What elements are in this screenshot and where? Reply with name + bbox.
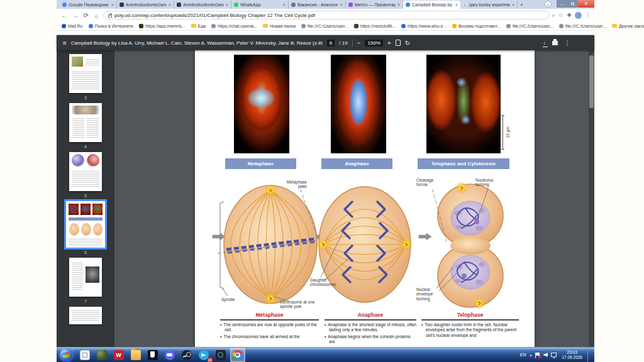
who-icon — [401, 24, 406, 28]
close-tab-icon[interactable]: × — [283, 3, 286, 7]
network-icon[interactable] — [551, 353, 557, 357]
globe-icon — [211, 24, 216, 28]
globe-icon — [559, 24, 564, 28]
taskbar-wargaming[interactable] — [111, 348, 126, 362]
download-icon[interactable]: ↓ — [543, 40, 547, 46]
close-tab-icon[interactable]: × — [111, 3, 114, 7]
bookmark-star-icon[interactable]: ☆ — [558, 12, 564, 18]
bookmark-search[interactable]: Поиск в Интернете — [89, 24, 133, 28]
taskbar-steam[interactable] — [179, 348, 194, 362]
pdf-menu-icon[interactable]: ⋮ — [564, 40, 570, 47]
mailru-icon — [62, 24, 66, 28]
pdf-doc-icon — [406, 3, 410, 7]
bookmark-file-3[interactable]: file:///C:/Users/user... — [559, 24, 606, 28]
scrollbar-thumb[interactable] — [589, 55, 594, 108]
game-icon — [97, 350, 107, 360]
thumbnail-page-5[interactable]: 5 — [57, 152, 114, 198]
anaphase-heading: Anaphase — [325, 312, 416, 318]
start-button[interactable] — [60, 348, 73, 361]
home-icon[interactable]: ⌂ — [92, 12, 101, 19]
taskbar-game[interactable] — [94, 348, 109, 362]
metaphase-text-column: Metaphase The centrosomes are now at opp… — [220, 312, 319, 341]
bookmark-chatgpt[interactable]: https://chat.openai... — [211, 24, 257, 28]
taskbar-cam[interactable] — [213, 348, 228, 362]
thumbnail-page-4[interactable]: 4 — [57, 103, 114, 149]
pdf-scrollbar[interactable] — [589, 50, 594, 347]
memrise-icon — [139, 24, 143, 28]
zoom-out-icon[interactable]: − — [357, 40, 361, 47]
tab-whatsapp[interactable]: WhatsApp× — [231, 1, 289, 9]
sidebar-toggle-icon[interactable]: ≡ — [63, 40, 67, 47]
maximize-button[interactable] — [567, 0, 578, 8]
rotate-icon[interactable]: ↻ — [405, 40, 410, 47]
site-icon — [291, 3, 296, 7]
bookmark-mailru[interactable]: Mail.Ru — [62, 24, 83, 28]
tab-google-search[interactable]: Ggary borisy experiment cy...× — [460, 1, 518, 9]
language-indicator[interactable]: EN — [520, 353, 526, 357]
desktop-screen: Google Переводчик× AnIntroductiontoGenet… — [57, 0, 594, 362]
bookmark-who[interactable]: https://www.who.ir... — [401, 24, 447, 28]
reload-icon[interactable]: ⟳ — [82, 12, 90, 19]
back-icon[interactable]: ← — [60, 12, 69, 19]
profile-chevron-icon[interactable]: ⌄ — [545, 1, 552, 8]
telegram-icon — [199, 350, 209, 360]
new-tab-button[interactable]: + — [518, 1, 526, 9]
taskbar-epic-games[interactable] — [145, 348, 160, 362]
hidden-icons-chevron[interactable]: ▲ — [530, 353, 533, 357]
close-button[interactable]: ✕ — [578, 0, 594, 8]
scale-bar-label: 10 µm — [504, 115, 511, 150]
volume-icon[interactable] — [543, 353, 548, 357]
thumbnail-page-7[interactable]: 7 — [57, 258, 114, 304]
close-tab-icon[interactable]: × — [455, 3, 458, 7]
tab-genetics-2[interactable]: AnIntroductiontoGenetic...× — [174, 1, 231, 9]
print-icon[interactable] — [552, 41, 558, 45]
cam-icon — [216, 350, 226, 360]
window-controls: – ✕ — [557, 0, 594, 8]
taskbar-discord[interactable] — [162, 348, 177, 362]
show-desktop-button[interactable] — [587, 348, 591, 362]
tab-campbell-biology-active[interactable]: Campbell Biology by Lisa...× — [403, 1, 460, 9]
close-tab-icon[interactable]: × — [226, 3, 228, 7]
page-top-gap — [57, 31, 594, 35]
chrome-menu-icon[interactable]: ⋮ — [585, 12, 591, 18]
bookmark-file-1[interactable]: file:///C:/Users/user... — [301, 24, 348, 28]
bookmark-folder-eda[interactable]: Еда — [191, 24, 206, 28]
taskbar-explorer[interactable] — [128, 348, 143, 362]
heading-rule — [421, 319, 519, 321]
search-icon[interactable]: ⌕ — [552, 12, 555, 19]
zoom-level[interactable]: 150% — [365, 40, 382, 47]
bookmark-file-2[interactable]: file:///C:/Users/user... — [506, 24, 553, 28]
thumbnail-page-6-selected[interactable]: 6 — [57, 201, 114, 255]
minimize-button[interactable]: – — [557, 0, 567, 8]
thumbnail-page-8-partial[interactable] — [57, 307, 114, 324]
tab-genetics-1[interactable]: AnIntroductiontoGenetic...× — [117, 1, 174, 9]
lock-icon — [108, 14, 112, 18]
tab-mitso[interactable]: Митсо — Презентация× — [346, 1, 403, 9]
globe-icon — [506, 24, 511, 28]
taskbar-app-window[interactable] — [77, 348, 92, 362]
taskbar-clock[interactable]: 23:03 17.09.2025 — [562, 350, 582, 360]
tab-vacancy[interactable]: Вакансия - Аналоги учебн...× — [289, 1, 346, 9]
thumbnail-page-3[interactable]: 3 — [57, 54, 114, 100]
tab-google-translate[interactable]: Google Переводчик× — [60, 1, 117, 9]
close-tab-icon[interactable]: × — [169, 3, 171, 7]
close-tab-icon[interactable]: × — [512, 3, 514, 7]
extensions-icon[interactable]: ❖ — [567, 12, 572, 18]
fit-page-icon[interactable] — [396, 40, 401, 46]
forward-icon[interactable]: → — [71, 12, 79, 19]
zoom-in-icon[interactable]: + — [387, 40, 391, 47]
bookmark-memrise[interactable]: https://app.memris... — [139, 24, 185, 28]
action-center-flag-icon[interactable] — [535, 353, 540, 358]
bookmark-vosem[interactable]: Восемь подготовит... — [452, 24, 501, 28]
profile-avatar[interactable] — [575, 12, 582, 19]
other-bookmarks-folder[interactable]: Другие закладки — [612, 24, 644, 28]
close-tab-icon[interactable]: × — [340, 3, 343, 7]
taskbar-telegram[interactable]: 24 — [196, 348, 211, 362]
heading-rule — [325, 319, 416, 321]
page-number-input[interactable]: 6 — [327, 40, 335, 47]
bookmark-nextcloud[interactable]: https://nextclo8il... — [354, 24, 396, 28]
bookmark-new-folder[interactable]: Новая папка — [263, 24, 296, 28]
taskbar-chrome-active[interactable] — [230, 348, 245, 362]
close-tab-icon[interactable]: × — [397, 3, 400, 7]
address-bar[interactable]: poly.od.com/wp-content/uploads/2021/01/C… — [103, 11, 550, 19]
